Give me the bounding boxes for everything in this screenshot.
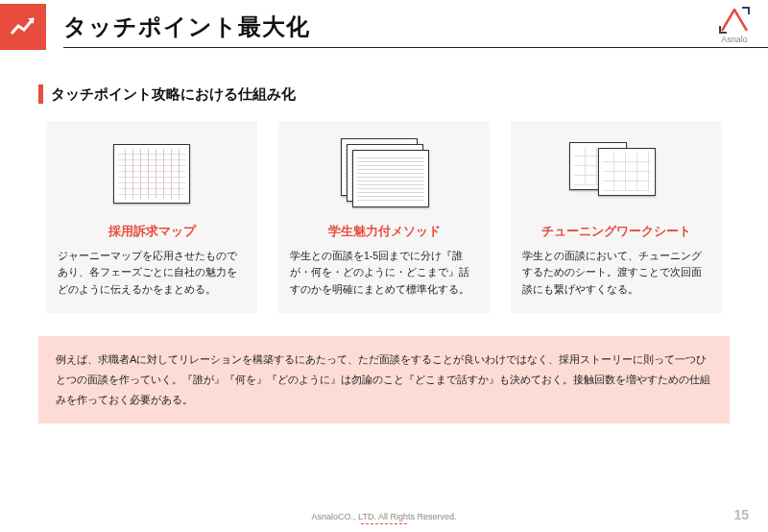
- thumbnail-sheet-icon: [99, 134, 204, 211]
- card-tuning-worksheet: チューニングワークシート 学生との面談において、チューニングするためのシート。渡…: [511, 121, 722, 313]
- thumbnail-stack-icon: [331, 134, 437, 211]
- subtitle-row: タッチポイント攻略における仕組み化: [38, 85, 768, 104]
- card-desc: 学生との面談において、チューニングするためのシート。渡すことで次回面談にも繋げや…: [522, 248, 710, 298]
- card-desc: 学生との面談を1-5回までに分け『誰が・何を・どのように・どこまで』話すのかを明…: [290, 248, 478, 298]
- title-underline: [63, 47, 768, 48]
- card-row: 採用訴求マップ ジャーニーマップを応用させたものであり、各フェーズごとに自社の魅…: [0, 121, 768, 313]
- slide-header: タッチポイント最大化 Asnalo: [0, 0, 768, 54]
- card-recruit-map: 採用訴求マップ ジャーニーマップを応用させたものであり、各フェーズごとに自社の魅…: [46, 121, 257, 313]
- footer-text: AsnaloCO., LTD. All Rights Reserved.: [312, 512, 457, 521]
- card-title: 採用訴求マップ: [58, 223, 246, 240]
- brand-name: Asnalo: [721, 35, 748, 44]
- card-title: チューニングワークシート: [522, 223, 710, 240]
- page-number: 15: [733, 507, 749, 522]
- footer-copyright: AsnaloCO., LTD. All Rights Reserved.: [0, 512, 768, 524]
- callout-box: 例えば、求職者Aに対してリレーションを構築するにあたって、ただ面談をすることが良…: [38, 336, 730, 423]
- subtitle-accent-bar: [38, 85, 43, 104]
- card-title: 学生魅力付メソッド: [290, 223, 478, 240]
- card-student-method: 学生魅力付メソッド 学生との面談を1-5回までに分け『誰が・何を・どのように・ど…: [278, 121, 490, 313]
- card-desc: ジャーニーマップを応用させたものであり、各フェーズごとに自社の魅力をどのように伝…: [58, 248, 246, 298]
- brand-logo: Asnalo: [718, 6, 751, 44]
- subtitle-text: タッチポイント攻略における仕組み化: [51, 85, 296, 104]
- slide-title: タッチポイント最大化: [63, 12, 310, 42]
- thumbnail-grid-icon: [564, 134, 669, 211]
- footer-accent-line: [361, 523, 407, 524]
- growth-icon: [0, 4, 46, 50]
